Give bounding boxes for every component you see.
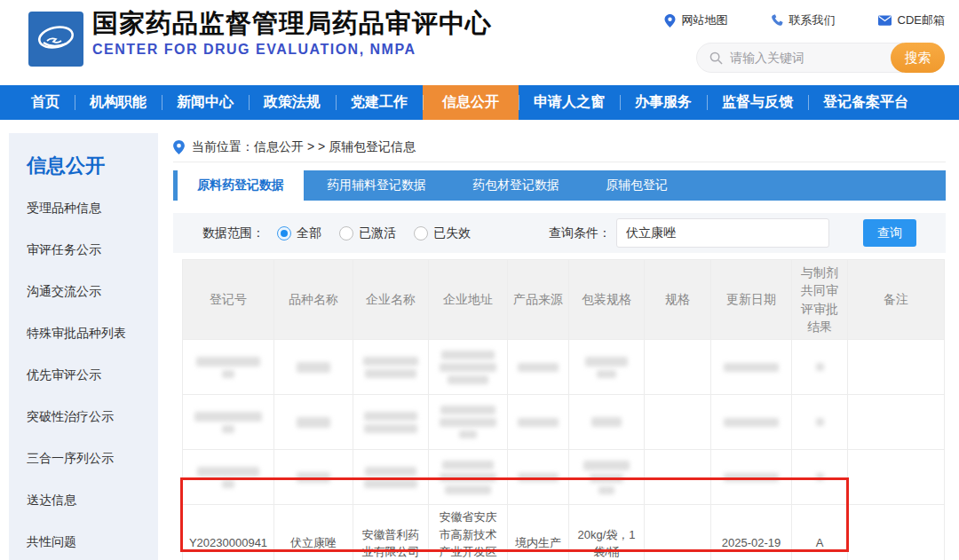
col-remarks: 备注 (848, 260, 945, 340)
redacted-cell (508, 395, 569, 450)
search-input[interactable] (730, 51, 891, 65)
breadcrumb-text: 当前位置：信息公开 > > 原辅包登记信息 (192, 139, 416, 155)
redacted-cell (429, 395, 508, 450)
sidebar-item-special-approval[interactable]: 特殊审批品种列表 (27, 326, 158, 342)
sidebar-item-delivery-info[interactable]: 送达信息 (27, 493, 158, 509)
redacted-cell (569, 450, 645, 505)
redacted-cell (183, 340, 274, 395)
table-row-redacted-1[interactable] (183, 340, 945, 395)
contact-label: 联系我们 (789, 12, 836, 28)
query-button[interactable]: 查询 (863, 219, 916, 247)
col-registration-no: 登记号 (183, 260, 274, 340)
radio-all[interactable]: 全部 (277, 225, 321, 241)
nav-item-functions[interactable]: 机构职能 (75, 85, 162, 120)
cell-spec (645, 505, 711, 560)
col-product-source: 产品来源 (508, 260, 569, 340)
tab-packaging-registration[interactable]: 药包材登记数据 (449, 170, 583, 201)
nav-item-policies[interactable]: 政策法规 (249, 85, 336, 120)
redacted-cell (792, 450, 848, 505)
breadcrumb-pin-icon (173, 140, 185, 154)
quick-links: 网站地图 联系我们 CDE邮箱 (664, 12, 945, 28)
results-table: 登记号 品种名称 企业名称 企业地址 产品来源 包装规格 规格 更新日期 与制剂… (182, 259, 945, 560)
sidebar-item-accepted-varieties[interactable]: 受理品种信息 (27, 201, 158, 217)
cell-variety-name: 伏立康唑 (274, 505, 353, 560)
site-subtitle: CENTER FOR DRUG EVALUATION, NMPA (92, 42, 492, 58)
main-nav: 首页 机构职能 新闻中心 政策法规 党建工作 信息公开 申请人之窗 办事服务 监… (0, 85, 959, 120)
radio-activated-circle[interactable] (339, 226, 353, 241)
redacted-cell (569, 395, 645, 450)
search-button[interactable]: 搜索 (891, 43, 945, 73)
radio-all-circle[interactable] (277, 226, 291, 241)
redacted-cell (183, 450, 274, 505)
nav-item-registration-platform[interactable]: 登记备案平台 (808, 85, 923, 120)
swan-logo-icon (35, 18, 77, 60)
sitemap-label: 网站地图 (682, 12, 728, 28)
scope-radio-group: 全部 已激活 已失效 (277, 225, 471, 241)
nav-item-info-disclosure[interactable]: 信息公开 (423, 85, 519, 120)
cell-joint-review-result: A (792, 505, 848, 560)
redacted-cell (353, 395, 429, 450)
nav-item-services[interactable]: 办事服务 (620, 85, 707, 120)
redacted-cell (792, 395, 848, 450)
table-row-redacted-2[interactable] (183, 395, 945, 450)
sidebar-item-communication[interactable]: 沟通交流公示 (27, 284, 158, 300)
dataset-tabs: 原料药登记数据 药用辅料登记数据 药包材登记数据 原辅包登记 (173, 170, 946, 201)
sidebar-title: 信息公开 (27, 153, 158, 179)
redacted-cell (848, 340, 945, 395)
cell-packaging-spec: 20kg/袋，1袋/桶 (569, 505, 645, 560)
table-row-highlighted[interactable]: Y20230000941 伏立康唑 安徽普利药业有限公司 安徽省安庆市高新技术产… (183, 505, 945, 560)
sidebar-item-three-in-one[interactable]: 三合一序列公示 (27, 451, 158, 467)
tab-apie-registration[interactable]: 原辅包登记 (583, 170, 691, 201)
radio-all-label: 全部 (297, 225, 321, 241)
search-icon (709, 51, 723, 65)
nav-item-home[interactable]: 首页 (16, 85, 75, 120)
cde-mail-link[interactable]: CDE邮箱 (878, 12, 945, 28)
redacted-cell (645, 340, 711, 395)
site-search: 搜索 (696, 43, 945, 73)
nav-item-news[interactable]: 新闻中心 (162, 85, 249, 120)
condition-label: 查询条件： (549, 225, 611, 241)
radio-activated[interactable]: 已激活 (339, 225, 396, 241)
radio-expired-label: 已失效 (433, 225, 471, 241)
sitemap-link[interactable]: 网站地图 (664, 12, 728, 28)
col-update-date: 更新日期 (711, 260, 792, 340)
tab-api-registration[interactable]: 原料药登记数据 (178, 170, 304, 201)
nav-item-party[interactable]: 党建工作 (336, 85, 423, 120)
redacted-cell (645, 450, 711, 505)
col-packaging-spec: 包装规格 (569, 260, 645, 340)
radio-expired-circle[interactable] (414, 226, 428, 241)
redacted-cell (183, 395, 274, 450)
redacted-cell (569, 340, 645, 395)
results-table-wrap: 登记号 品种名称 企业名称 企业地址 产品来源 包装规格 规格 更新日期 与制剂… (182, 259, 944, 560)
redacted-cell (711, 450, 792, 505)
cell-company-name: 安徽普利药业有限公司 (353, 505, 429, 560)
nav-item-supervision[interactable]: 监督与反馈 (707, 85, 808, 120)
site-title: 国家药品监督管理局药品审评中心 (92, 7, 492, 39)
cell-product-source: 境内生产 (508, 505, 569, 560)
cell-registration-no: Y20230000941 (183, 505, 274, 560)
sidebar-item-review-tasks[interactable]: 审评任务公示 (27, 242, 158, 258)
keyword-input[interactable] (616, 218, 829, 248)
redacted-cell (848, 450, 945, 505)
redacted-cell (353, 450, 429, 505)
cell-update-date: 2025-02-19 (711, 505, 792, 560)
redacted-cell (711, 340, 792, 395)
brand-block: 国家药品监督管理局药品审评中心 CENTER FOR DRUG EVALUATI… (92, 7, 492, 58)
page: 国家药品监督管理局药品审评中心 CENTER FOR DRUG EVALUATI… (0, 0, 959, 560)
cde-logo (28, 12, 83, 67)
sidebar-item-breakthrough-therapy[interactable]: 突破性治疗公示 (27, 409, 158, 425)
location-pin-icon (664, 14, 676, 28)
redacted-cell (792, 340, 848, 395)
table-row-redacted-3[interactable] (183, 450, 945, 505)
contact-link[interactable]: 联系我们 (771, 12, 836, 28)
redacted-cell (353, 340, 429, 395)
table-header-row: 登记号 品种名称 企业名称 企业地址 产品来源 包装规格 规格 更新日期 与制剂… (183, 260, 945, 340)
radio-expired[interactable]: 已失效 (414, 225, 471, 241)
nav-item-applicant-window[interactable]: 申请人之窗 (519, 85, 620, 120)
redacted-cell (429, 450, 508, 505)
sidebar-item-priority-review[interactable]: 优先审评公示 (27, 367, 158, 383)
tab-excipient-registration[interactable]: 药用辅料登记数据 (304, 170, 449, 201)
radio-activated-label: 已激活 (359, 225, 396, 241)
sidebar-item-common-issues[interactable]: 共性问题 (27, 534, 158, 550)
redacted-cell (274, 340, 353, 395)
